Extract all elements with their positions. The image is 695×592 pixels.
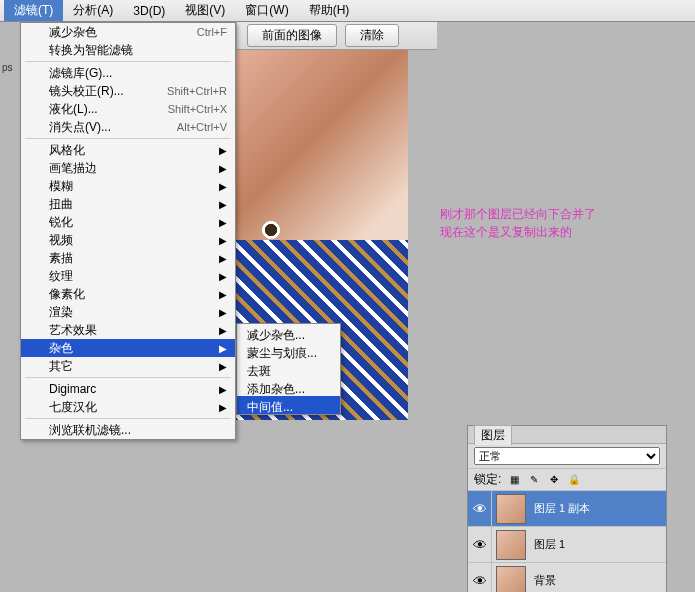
menu-filter-gallery[interactable]: 滤镜库(G)... (21, 64, 235, 82)
noise-submenu: 减少杂色... 蒙尘与划痕... 去斑 添加杂色... 中间值... (236, 323, 341, 415)
separator (25, 377, 231, 378)
menu-brush-strokes[interactable]: 画笔描边▶ (21, 159, 235, 177)
submenu-add-noise[interactable]: 添加杂色... (237, 378, 340, 396)
chevron-right-icon: ▶ (219, 402, 227, 413)
menu-other[interactable]: 其它▶ (21, 357, 235, 375)
menubar: 滤镜(T) 分析(A) 3D(D) 视图(V) 窗口(W) 帮助(H) (0, 0, 695, 22)
lock-all-icon[interactable]: 🔒 (567, 473, 581, 487)
chevron-right-icon: ▶ (219, 163, 227, 174)
separator (25, 418, 231, 419)
layers-tab[interactable]: 图层 (474, 425, 512, 445)
prev-image-button[interactable]: 前面的图像 (247, 24, 337, 47)
chevron-right-icon: ▶ (219, 361, 227, 372)
menu-window[interactable]: 窗口(W) (235, 0, 298, 21)
menu-noise[interactable]: 杂色▶ (21, 339, 235, 357)
menu-pixelate[interactable]: 像素化▶ (21, 285, 235, 303)
filter-dropdown: 减少杂色Ctrl+F 转换为智能滤镜 滤镜库(G)... 镜头校正(R)...S… (20, 22, 236, 440)
separator (25, 138, 231, 139)
layer-item[interactable]: 👁 背景 (468, 563, 666, 592)
menu-render[interactable]: 渲染▶ (21, 303, 235, 321)
menu-view[interactable]: 视图(V) (175, 0, 235, 21)
lock-pixels-icon[interactable]: ✎ (527, 473, 541, 487)
visibility-eye-icon[interactable]: 👁 (468, 563, 492, 593)
chevron-right-icon: ▶ (219, 325, 227, 336)
layer-thumbnail[interactable] (496, 566, 526, 593)
layer-item[interactable]: 👁 图层 1 (468, 527, 666, 563)
menu-qidu[interactable]: 七度汉化▶ (21, 398, 235, 416)
menu-artistic[interactable]: 艺术效果▶ (21, 321, 235, 339)
menu-vanishing-point[interactable]: 消失点(V)...Alt+Ctrl+V (21, 118, 235, 136)
submenu-dust-scratches[interactable]: 蒙尘与划痕... (237, 342, 340, 360)
separator (25, 61, 231, 62)
chevron-right-icon: ▶ (219, 253, 227, 264)
annotation-text: 刚才那个图层已经向下合并了 现在这个是又复制出来的 (440, 205, 596, 241)
layers-panel: 图层 正常 锁定: ▦ ✎ ✥ 🔒 👁 图层 1 副本 👁 图层 1 👁 背景 (467, 425, 667, 592)
menu-liquify[interactable]: 液化(L)...Shift+Ctrl+X (21, 100, 235, 118)
menu-digimarc[interactable]: Digimarc▶ (21, 380, 235, 398)
submenu-despeckle[interactable]: 去斑 (237, 360, 340, 378)
submenu-reduce-noise[interactable]: 减少杂色... (237, 324, 340, 342)
lock-position-icon[interactable]: ✥ (547, 473, 561, 487)
menu-3d[interactable]: 3D(D) (123, 2, 175, 20)
menu-distort[interactable]: 扭曲▶ (21, 195, 235, 213)
layer-thumbnail[interactable] (496, 530, 526, 560)
layer-name[interactable]: 图层 1 副本 (530, 501, 666, 516)
menu-analysis[interactable]: 分析(A) (63, 0, 123, 21)
blend-mode-select[interactable]: 正常 (474, 447, 660, 465)
layers-panel-header: 图层 (468, 426, 666, 444)
chevron-right-icon: ▶ (219, 343, 227, 354)
chevron-right-icon: ▶ (219, 235, 227, 246)
lock-transparent-icon[interactable]: ▦ (507, 473, 521, 487)
menu-lens-correction[interactable]: 镜头校正(R)...Shift+Ctrl+R (21, 82, 235, 100)
submenu-median[interactable]: 中间值... (237, 396, 340, 414)
menu-video[interactable]: 视频▶ (21, 231, 235, 249)
chevron-right-icon: ▶ (219, 307, 227, 318)
menu-sketch[interactable]: 素描▶ (21, 249, 235, 267)
clear-button[interactable]: 清除 (345, 24, 399, 47)
document-tab[interactable]: ps (2, 62, 13, 73)
chevron-right-icon: ▶ (219, 384, 227, 395)
menu-stylize[interactable]: 风格化▶ (21, 141, 235, 159)
menu-texture[interactable]: 纹理▶ (21, 267, 235, 285)
menu-convert-smart[interactable]: 转换为智能滤镜 (21, 41, 235, 59)
menu-sharpen[interactable]: 锐化▶ (21, 213, 235, 231)
menu-reduce-noise[interactable]: 减少杂色Ctrl+F (21, 23, 235, 41)
visibility-eye-icon[interactable]: 👁 (468, 491, 492, 527)
chevron-right-icon: ▶ (219, 199, 227, 210)
chevron-right-icon: ▶ (219, 145, 227, 156)
chevron-right-icon: ▶ (219, 271, 227, 282)
layer-name[interactable]: 背景 (530, 573, 666, 588)
layer-thumbnail[interactable] (496, 494, 526, 524)
menu-blur[interactable]: 模糊▶ (21, 177, 235, 195)
menu-help[interactable]: 帮助(H) (299, 0, 360, 21)
layer-name[interactable]: 图层 1 (530, 537, 666, 552)
chevron-right-icon: ▶ (219, 181, 227, 192)
chevron-right-icon: ▶ (219, 289, 227, 300)
menu-filter[interactable]: 滤镜(T) (4, 0, 63, 21)
menu-browse-online[interactable]: 浏览联机滤镜... (21, 421, 235, 439)
visibility-eye-icon[interactable]: 👁 (468, 527, 492, 563)
lock-row: 锁定: ▦ ✎ ✥ 🔒 (468, 469, 666, 491)
portrait-eye (254, 220, 288, 240)
layer-item[interactable]: 👁 图层 1 副本 (468, 491, 666, 527)
options-bar: 前面的图像 清除 (237, 22, 437, 50)
chevron-right-icon: ▶ (219, 217, 227, 228)
